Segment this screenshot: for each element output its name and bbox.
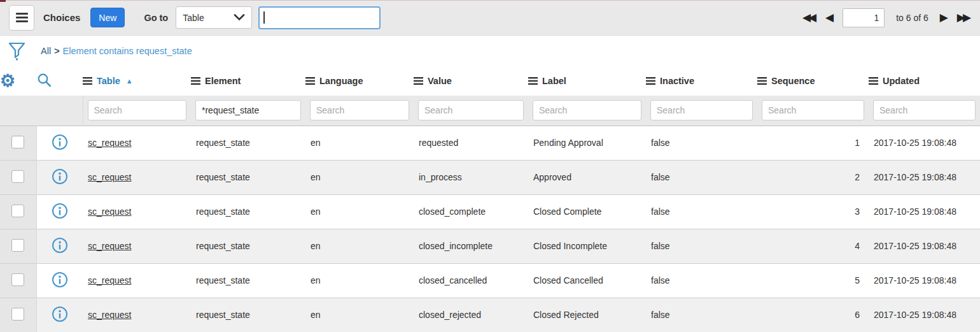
row-checkbox[interactable] [11,170,24,183]
column-header-label[interactable]: Label [528,66,646,96]
cell-inactive: false [646,160,757,194]
cell-sequence: 3 [757,194,869,229]
column-menu-icon [757,77,767,85]
breadcrumb-condition-link[interactable]: Element contains request_state [63,46,192,56]
cell-updated: 2017-10-25 19:08:48 [869,194,980,229]
column-header-sequence[interactable]: Sequence [757,66,869,96]
table-row: sc_request request_state en closed_compl… [0,194,980,229]
list-context-menu-button[interactable] [9,5,34,31]
search-cell-sequence [757,96,869,126]
choices-list-table: ⚙ Table ▲ Element [0,66,980,332]
value-search-input[interactable] [418,100,524,120]
last-page-button[interactable]: ▶▶ [957,12,971,23]
cell-value: closed_complete [414,194,528,229]
column-header-language[interactable]: Language [305,66,414,96]
table-search-input[interactable] [88,100,187,120]
column-menu-icon [869,77,878,85]
language-search-input[interactable] [310,100,409,120]
column-header-table[interactable]: Table ▲ [83,66,191,96]
info-icon[interactable] [52,203,68,219]
search-icon[interactable] [36,72,52,88]
breadcrumb-all-link[interactable]: All [41,46,51,56]
goto-search-input[interactable] [258,6,381,29]
window-edge-fragment [0,0,6,2]
column-menu-icon [528,77,538,85]
record-link[interactable]: sc_request [88,138,131,148]
search-cell-element [191,96,305,126]
sequence-search-input[interactable] [762,100,864,120]
cell-inactive: false [646,263,757,298]
list-search-cell [36,66,83,96]
info-icon[interactable] [52,237,68,254]
row-checkbox[interactable] [11,273,24,286]
record-link[interactable]: sc_request [88,310,131,320]
info-icon[interactable] [52,306,68,322]
column-header-value[interactable]: Value [414,66,528,96]
row-checkbox[interactable] [11,308,24,321]
list-toolbar: Choices New Go to Table ◀◀ ◀ to 6 of 6 ▶… [0,0,980,36]
cell-label: Closed Rejected [528,298,646,332]
record-link[interactable]: sc_request [88,206,131,217]
row-info-cell [36,194,83,229]
cell-updated: 2017-10-25 19:08:48 [869,126,980,160]
cell-label: Closed Cancelled [528,263,646,298]
row-info-cell [36,160,83,194]
info-icon[interactable] [52,134,68,150]
row-range-text: to 6 of 6 [896,13,928,23]
column-header-element[interactable]: Element [191,66,305,96]
row-checkbox[interactable] [11,239,24,252]
search-cell-updated [869,96,980,126]
column-search-row [0,96,980,126]
hamburger-icon [16,13,28,22]
previous-page-button[interactable]: ◀ [825,12,834,23]
cell-table: sc_request [83,126,191,160]
goto-field-selected-value: Table [183,13,204,23]
cell-table: sc_request [83,194,191,229]
filter-funnel-icon[interactable] [8,42,25,61]
label-search-input[interactable] [533,100,641,120]
record-link[interactable]: sc_request [88,172,131,182]
row-checkbox[interactable] [11,205,24,217]
cell-language: en [305,160,414,194]
pagination-controls: ◀◀ ◀ to 6 of 6 ▶ ▶▶ [802,8,971,27]
record-link[interactable]: sc_request [88,275,131,285]
info-icon[interactable] [52,271,68,288]
new-record-button[interactable]: New [90,8,125,27]
current-row-input[interactable] [843,8,885,27]
element-search-input[interactable] [195,100,301,120]
cell-sequence: 1 [757,126,869,160]
first-page-button[interactable]: ◀◀ [802,12,816,23]
goto-field-select[interactable]: Table [176,6,252,29]
cell-updated: 2017-10-25 19:08:48 [869,160,980,194]
next-page-button[interactable]: ▶ [940,12,948,23]
cell-element: request_state [191,160,305,194]
search-cell-inactive [646,96,757,126]
filter-breadcrumb-bar: All>Element contains request_state [0,36,980,66]
column-header-inactive[interactable]: Inactive [646,66,757,96]
info-icon[interactable] [52,168,68,185]
table-row: sc_request request_state en in_process A… [0,160,980,194]
updated-search-input[interactable] [873,100,976,120]
column-header-updated[interactable]: Updated [869,66,980,96]
row-select-cell [0,194,36,229]
gear-icon[interactable]: ⚙ [0,71,15,90]
row-select-cell [0,263,36,298]
cell-language: en [305,229,414,263]
cell-value: in_process [414,160,528,194]
cell-inactive: false [646,229,757,263]
cell-label: Pending Approval [528,126,646,160]
cell-table: sc_request [83,263,191,298]
breadcrumb: All>Element contains request_state [41,46,192,56]
breadcrumb-separator: > [54,46,59,56]
cell-inactive: false [646,194,757,229]
cell-updated: 2017-10-25 19:08:48 [869,229,980,263]
table-row: sc_request request_state en closed_incom… [0,229,980,263]
column-header-row: ⚙ Table ▲ Element [0,66,980,96]
record-link[interactable]: sc_request [88,241,131,251]
row-checkbox[interactable] [11,136,24,148]
inactive-search-input[interactable] [650,100,753,120]
row-info-cell [36,263,83,298]
cell-language: en [305,126,414,160]
cell-table: sc_request [83,160,191,194]
cell-table: sc_request [83,298,191,332]
